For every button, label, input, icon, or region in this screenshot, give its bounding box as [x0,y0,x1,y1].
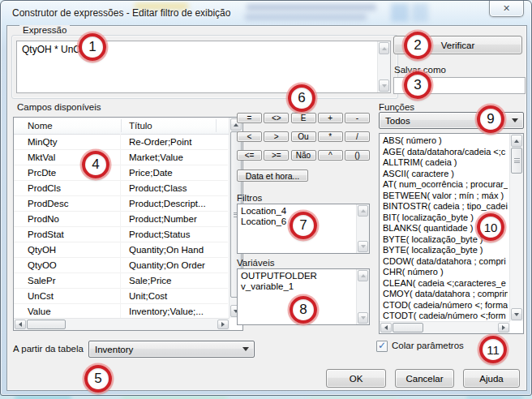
annotation-5: 5 [84,365,112,393]
column-header-titulo[interactable]: Título [129,118,152,133]
function-item[interactable]: CHR( número ) [380,267,508,278]
operator-and-button[interactable]: E [291,113,316,123]
filters-label: Filtros [237,193,262,203]
scroll-left-icon[interactable] [15,320,26,329]
fields-table-header[interactable]: Nome Título [14,118,242,135]
scroll-down-icon[interactable] [379,79,389,92]
operator-or-button[interactable]: Ou [291,131,316,142]
annotation-4: 4 [82,151,109,178]
scrollbar-thumb[interactable] [393,323,423,332]
functions-hscrollbar[interactable] [380,321,510,333]
table-row[interactable]: ValueInventory;Value;... [14,303,228,320]
operator-plus-button[interactable]: + [318,113,343,123]
annotation-6: 6 [288,84,315,112]
list-item[interactable]: OUTPUTFOLDER [238,271,369,281]
function-item[interactable]: CMOY( data/datahora ; comprin [380,289,508,300]
function-item[interactable]: CLEAN( cadeia <;caracteres_e [380,278,508,290]
operator-parens-button[interactable]: () [345,150,370,161]
table-row[interactable]: MinQtyRe-Order;Point [14,134,228,150]
table-row[interactable]: SalePrSale;Price [14,272,228,289]
from-table-value: Inventory [89,345,242,354]
functions-label: Funções [379,102,414,112]
table-row[interactable]: QtyOHQuantity;On Hand [14,242,228,258]
scroll-up-icon[interactable] [511,135,522,147]
operator-not-button[interactable]: Não [291,150,316,161]
background-artifact [245,14,367,20]
function-item[interactable]: CTODT( cadeia/número <;form [380,311,508,322]
list-item[interactable]: v_variable_1 [238,281,369,292]
paste-parameters-label: Colar parâmetros [392,341,464,350]
annotation-1: 1 [79,33,106,61]
variables-scrollbar[interactable] [356,269,369,324]
cancel-button[interactable]: Cancelar [395,369,454,388]
operator-greater-button[interactable]: > [264,131,289,142]
table-row[interactable]: QtyOOQuantity;On Order [14,257,228,273]
scroll-down-icon[interactable] [358,241,368,252]
annotation-10: 10 [477,213,504,241]
titlebar[interactable]: Construtor de expressões - Editar filtro… [2,2,530,25]
table-row[interactable]: ProdClsProduct;Class [14,180,228,196]
column-header-nome[interactable]: Nome [28,118,53,133]
scroll-left-icon[interactable] [380,323,392,332]
scroll-right-icon[interactable] [217,320,229,329]
scrollbar-thumb[interactable] [27,320,66,329]
table-row[interactable]: MktValMarket;Value [14,149,228,165]
operator-power-button[interactable]: ^ [318,150,343,161]
scroll-up-icon[interactable] [358,205,368,217]
date-time-button[interactable]: Data et hora... [237,169,308,182]
function-item[interactable]: CTOD( cadeia/número <; forma [380,300,508,311]
scroll-up-icon[interactable] [358,270,368,281]
variables-label: Variáveis [237,258,274,268]
table-row[interactable]: ProdDescProduct;Descript... [14,195,228,212]
fields-hscrollbar[interactable] [14,318,230,330]
function-item[interactable]: AGE( data/datahora/cadeia <;c [380,147,508,158]
function-item[interactable]: AT( num_ocorrência ; procurar_ [380,179,508,191]
close-button[interactable]: ✕ [489,1,524,17]
operator-notequal-button[interactable]: <> [264,113,289,123]
background-artifact [308,396,397,399]
scroll-right-icon[interactable] [498,323,509,332]
table-row[interactable]: ProdNoProduct;Number [14,211,228,227]
function-item[interactable]: ALLTRIM( cadeia ) [380,157,508,169]
function-item[interactable]: ASCII( caractere ) [380,169,508,180]
operator-greaterequal-button[interactable]: >= [264,150,289,161]
operator-buttons: = <> E + - < > Ou * / <= >= Não ^ () [237,113,370,161]
paste-parameters-checkbox[interactable]: ✓ [376,341,388,352]
expression-scrollbar[interactable] [377,41,390,92]
expression-group-label: Expressão [19,25,70,35]
chevron-down-icon [512,118,518,122]
table-row[interactable]: PrcDtePrice;Date [14,165,228,181]
operator-equals-button[interactable]: = [237,113,262,123]
fields-table[interactable]: Nome Título MinQtyRe-Order;Point MktValM… [13,117,243,331]
annotation-11: 11 [479,336,507,363]
function-item[interactable]: CDOW( data/datahora ; compri [380,256,508,268]
function-item[interactable]: ABS( número ) [380,135,508,147]
close-icon: ✕ [503,4,510,13]
operator-divide-button[interactable]: / [345,131,370,142]
function-item[interactable]: BYTE( localização_byte ) [380,245,508,256]
operator-multiply-button[interactable]: * [318,131,343,142]
help-button[interactable]: Ajuda [463,369,520,388]
operator-lessequal-button[interactable]: <= [237,150,262,161]
function-item[interactable]: BINTOSTR( cadeia ; tipo_cadeia [380,201,508,212]
table-row[interactable]: ProdStatProduct;Status [14,226,228,242]
annotation-3: 3 [404,71,431,99]
column-divider[interactable] [121,119,122,132]
background-artifact [391,3,409,22]
functions-vscrollbar[interactable] [509,134,523,321]
from-table-select[interactable]: Inventory [88,341,255,358]
operator-minus-button[interactable]: - [345,113,370,123]
chevron-down-icon [242,347,249,351]
from-table-label: A partir da tabela [13,344,84,354]
operator-less-button[interactable]: < [237,131,262,142]
ok-button[interactable]: OK [326,369,386,388]
expression-input[interactable]: QtyOH * UnCst [16,41,391,93]
table-row[interactable]: UnCstUnit;Cost [14,288,228,304]
filters-scrollbar[interactable] [356,204,369,253]
scrollbar-thumb[interactable] [511,148,522,174]
scroll-down-icon[interactable] [511,308,522,320]
scroll-up-icon[interactable] [379,42,389,54]
function-item[interactable]: BETWEEN( valor ; mín ; máx ) [380,191,508,202]
scroll-down-icon[interactable] [358,312,368,324]
column-divider[interactable] [216,119,217,132]
